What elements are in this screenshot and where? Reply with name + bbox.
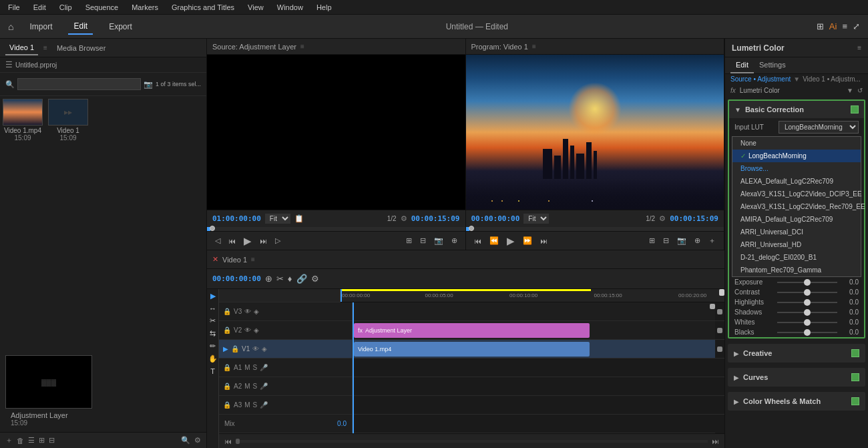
maximize-icon[interactable]: ⊞ — [817, 21, 824, 31]
lut-option-phantom[interactable]: Phantom_Rec709_Gamma — [732, 264, 861, 276]
menu-help[interactable]: Help — [314, 2, 335, 13]
basic-correction-header[interactable]: ▼ Basic Correction — [729, 101, 864, 118]
freeform-button[interactable]: ⊟ — [49, 436, 55, 445]
blacks-slider-thumb[interactable] — [804, 329, 811, 336]
program-fit-select[interactable]: Fit — [523, 214, 549, 224]
source-step-fwd[interactable]: ⏭ — [257, 236, 270, 246]
prog-lift[interactable]: ⊞ — [646, 235, 658, 246]
creative-section-header[interactable]: ▶ Creative — [728, 345, 865, 362]
mute-icon-a2[interactable]: M — [244, 383, 250, 390]
prog-step-back[interactable]: ⏪ — [487, 235, 501, 246]
source-export[interactable]: 📷 — [431, 235, 446, 246]
source-scrub-thumb[interactable] — [210, 226, 215, 231]
solo-icon-a3[interactable]: S — [253, 401, 258, 409]
eye-icon-v1[interactable]: 👁 — [252, 345, 259, 353]
lut-option-longbeach[interactable]: LongBeachMorning — [732, 150, 861, 162]
lock-icon-a1[interactable]: 🔒 — [223, 364, 231, 371]
solo-icon-a2[interactable]: S — [253, 383, 258, 390]
contrast-slider-thumb[interactable] — [804, 289, 811, 296]
tool-hand[interactable]: ✋ — [208, 355, 218, 363]
whites-slider-track[interactable] — [777, 322, 837, 323]
lut-option-d21[interactable]: D-21_delogC_EI0200_B1 — [732, 251, 861, 264]
tool-razor[interactable]: ✂ — [210, 316, 216, 325]
tl-tool-icon[interactable]: ⚙ — [311, 274, 319, 284]
highlights-slider-track[interactable] — [777, 302, 837, 303]
solo-icon-a1[interactable]: S — [253, 364, 258, 371]
tool-ripple[interactable]: ↔ — [209, 304, 216, 312]
source-step-back[interactable]: ⏮ — [226, 236, 238, 246]
shadows-slider-track[interactable] — [777, 312, 837, 313]
menu-window[interactable]: Window — [274, 2, 306, 13]
tool-text[interactable]: T — [210, 367, 215, 375]
whites-slider-thumb[interactable] — [804, 319, 811, 326]
tl-home-btn[interactable]: ⏮ — [224, 437, 232, 445]
tl-end-btn[interactable]: ⏭ — [712, 437, 719, 445]
prog-mark-out[interactable]: ⏭ — [537, 236, 550, 246]
lumetri-tab-settings[interactable]: Settings — [754, 57, 791, 73]
fx-reset-icon[interactable]: ↺ — [857, 87, 863, 94]
source-scrub-bar[interactable] — [207, 227, 465, 231]
eye-icon-v2[interactable]: 👁 — [244, 326, 251, 334]
menu-sequence[interactable]: Sequence — [83, 2, 122, 13]
fullscreen-icon[interactable]: ⤢ — [853, 21, 860, 31]
settings-bottom-button[interactable]: ⚙ — [194, 436, 201, 445]
tab-project[interactable]: Video 1 — [5, 41, 38, 55]
tool-slip[interactable]: ⇆ — [210, 329, 216, 338]
project-menu-icon[interactable]: ≡ — [43, 44, 47, 51]
lut-option-arri-dci[interactable]: ARRI_Universal_DCI — [732, 226, 861, 238]
mute-icon-a3[interactable]: M — [244, 401, 250, 409]
lut-option-alexav3-dcip3[interactable]: AlexaV3_K1S1_LogC2Video_DCIP3_EE — [732, 188, 861, 200]
icon-view-button[interactable]: ⊞ — [39, 436, 45, 445]
menu-file[interactable]: File — [5, 2, 23, 13]
curves-checkbox[interactable] — [851, 373, 859, 381]
timeline-ruler[interactable]: 00:00:00:00 00:00:05:00 00:00:10:00 00:0… — [341, 289, 724, 302]
color-wheels-checkbox[interactable] — [851, 397, 859, 405]
tab-export[interactable]: Export — [103, 19, 138, 34]
clip-adjustment-layer[interactable]: fx Adjustment Layer — [354, 323, 590, 338]
source-more[interactable]: ⊕ — [449, 235, 460, 246]
search-input[interactable] — [17, 78, 141, 90]
source-overwrite[interactable]: ⊟ — [417, 235, 429, 246]
home-icon[interactable]: ⌂ — [8, 21, 13, 32]
fx-dropdown-icon[interactable]: ▼ — [847, 87, 853, 94]
menu-view[interactable]: View — [245, 2, 266, 13]
color-wheels-header[interactable]: ▶ Color Wheels & Match — [728, 393, 865, 410]
lock-icon-v2[interactable]: 🔒 — [223, 326, 231, 334]
media-item-video1[interactable]: Video 1.mp4 15:09 — [3, 99, 43, 142]
lumetri-dropdown-icon[interactable]: ▼ — [793, 75, 800, 83]
search-bottom-button[interactable]: 🔍 — [181, 436, 190, 445]
eye-icon-v3[interactable]: 👁 — [244, 308, 251, 315]
lock-icon-v1[interactable]: 🔒 — [231, 345, 239, 353]
media-item-sequence[interactable]: ▶▶ Video 1 15:09 — [48, 99, 88, 142]
shadows-slider-thumb[interactable] — [804, 309, 811, 316]
basic-correction-checkbox[interactable] — [851, 105, 859, 114]
menu-clip[interactable]: Clip — [57, 2, 75, 13]
prog-play[interactable]: ▶ — [504, 234, 517, 248]
exposure-slider-track[interactable] — [777, 282, 837, 283]
speaker-icon-v3[interactable]: ◈ — [254, 308, 259, 315]
exposure-slider-thumb[interactable] — [804, 279, 811, 286]
menu-edit[interactable]: Edit — [31, 2, 49, 13]
tl-link-icon[interactable]: 🔗 — [296, 274, 307, 284]
lut-option-alexa[interactable]: ALEXA_Default_LogC2Rec709 — [732, 175, 861, 188]
source-play[interactable]: ▶ — [241, 234, 254, 248]
tl-scroll-thumb[interactable] — [236, 439, 240, 444]
prog-export[interactable]: 📷 — [674, 235, 689, 246]
tab-edit[interactable]: Edit — [68, 19, 93, 35]
input-lut-select[interactable]: LongBeachMorning — [779, 121, 859, 134]
tool-select[interactable]: ▶ — [210, 292, 216, 300]
mute-icon-a1[interactable]: M — [244, 364, 250, 371]
lock-icon-a3[interactable]: 🔒 — [223, 401, 231, 409]
timeline-menu-icon[interactable]: ≡ — [251, 256, 255, 263]
prog-plus[interactable]: ＋ — [706, 234, 718, 247]
lut-option-alexav3-rec709[interactable]: AlexaV3_K1S1_LogC2Video_Rec709_EE — [732, 200, 861, 213]
creative-checkbox[interactable] — [851, 349, 859, 357]
source-insert[interactable]: ⊞ — [403, 235, 415, 246]
tab-media-browser[interactable]: Media Browser — [53, 41, 110, 55]
lumetri-menu-icon[interactable]: ≡ — [857, 44, 861, 51]
lut-option-amira[interactable]: AMIRA_Default_LogC2Rec709 — [732, 213, 861, 226]
curves-section-header[interactable]: ▶ Curves — [728, 369, 865, 386]
speaker-icon-v2[interactable]: ◈ — [254, 326, 259, 334]
program-scrub-bar[interactable] — [466, 227, 724, 231]
delete-button[interactable]: 🗑 — [17, 437, 24, 445]
